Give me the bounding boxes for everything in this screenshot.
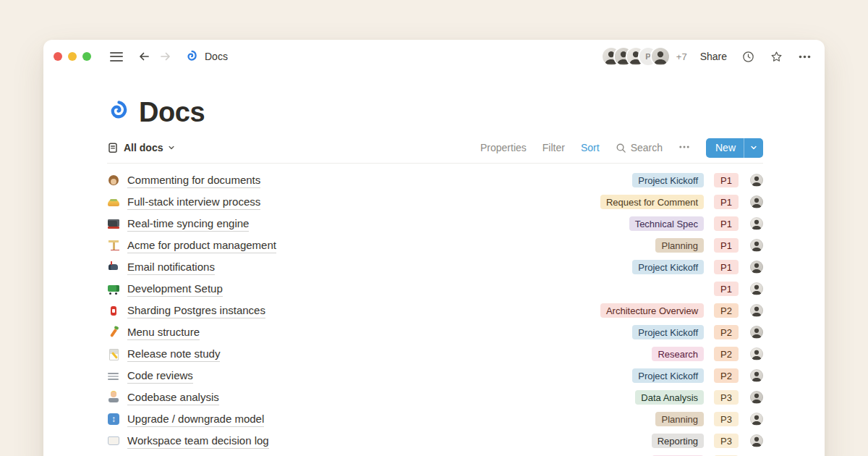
back-arrow-icon[interactable] (137, 50, 150, 63)
zoom-window-button[interactable] (82, 52, 91, 61)
cyclone-page-icon[interactable] (107, 100, 129, 125)
doc-row[interactable]: Code reviews Project Kickoff P2 (107, 365, 763, 387)
window-controls (52, 52, 91, 61)
priority-badge: P1 (714, 216, 739, 231)
doc-title-link[interactable]: Email notifications (127, 260, 215, 275)
priority-badge: P1 (714, 282, 739, 296)
doc-row[interactable]: Full-stack interview process Request for… (107, 191, 763, 213)
chevron-down-icon (168, 144, 175, 151)
doc-row[interactable]: Workspace team decision log Reporting P3 (107, 430, 763, 452)
view-selector[interactable]: All docs (107, 142, 175, 153)
priority-badge: P3 (714, 412, 739, 426)
avatar-overflow-count[interactable]: +7 (676, 51, 687, 62)
doc-type-tag: Project Kickoff (632, 368, 704, 383)
minimize-window-button[interactable] (68, 52, 77, 61)
owner-avatar (750, 239, 763, 252)
cyclone-logo-icon (185, 50, 198, 63)
toolbar-more-icon[interactable] (678, 141, 690, 155)
doc-title-link[interactable]: Real-time syncing engine (127, 216, 249, 232)
more-options-icon[interactable] (798, 50, 812, 64)
doc-title-link[interactable]: Code reviews (127, 368, 193, 384)
doc-title-link[interactable]: Codebase analysis (127, 390, 219, 405)
owner-avatar (750, 326, 763, 339)
doc-title-link[interactable]: Development Setup (127, 282, 223, 297)
search-button[interactable]: Search (616, 142, 663, 153)
owner-avatar (750, 282, 763, 295)
owner-avatar (750, 217, 763, 230)
doc-type-tag: Planning (655, 238, 704, 253)
properties-button[interactable]: Properties (480, 142, 527, 153)
favorite-star-icon[interactable] (770, 50, 783, 64)
history-clock-icon[interactable] (741, 50, 755, 64)
carrot-emoji (107, 326, 120, 339)
doc-title-link[interactable]: Workspace team decision log (127, 434, 269, 449)
owner-avatar (750, 174, 763, 187)
owner-avatar (750, 347, 763, 360)
new-button[interactable]: New (706, 138, 763, 158)
doc-title-link[interactable]: Commenting for documents (127, 173, 260, 188)
view-toolbar: All docs Properties Filter Sort Search N… (107, 138, 763, 158)
page-content: Docs All docs Properties Filter Sort Sea… (43, 96, 825, 456)
doc-type-tag: Architecture Overview (600, 303, 704, 318)
updown-emoji (107, 413, 120, 426)
priority-badge: P2 (714, 368, 739, 383)
owner-avatar (750, 391, 763, 404)
memo-emoji (107, 347, 120, 360)
train-emoji (107, 217, 120, 230)
priority-badge: P1 (714, 195, 739, 209)
collaborator-avatar-stack[interactable]: P (603, 48, 669, 65)
priority-badge: P1 (714, 173, 739, 187)
doc-type-tag: Project Kickoff (632, 173, 704, 187)
doc-row[interactable]: Sharding Postgres instances Architecture… (107, 300, 763, 321)
new-button-label[interactable]: New (706, 138, 744, 158)
extinguisher-emoji (107, 304, 120, 317)
doc-row[interactable]: Performance feedback Research P3 (107, 452, 763, 456)
owner-avatar (750, 304, 763, 317)
doc-row[interactable]: Codebase analysis Data Analysis P3 (107, 387, 763, 408)
doc-title-link[interactable]: Acme for product management (127, 238, 276, 253)
forward-arrow-icon[interactable] (159, 50, 172, 63)
monkey-emoji (107, 174, 120, 187)
new-button-chevron[interactable] (744, 138, 763, 158)
toolbar-actions: Properties Filter Sort Search New (480, 138, 763, 158)
page-title[interactable]: Docs (139, 97, 205, 128)
doc-type-tag: Project Kickoff (632, 260, 704, 274)
doc-row[interactable]: Upgrade / downgrade model Planning P3 (107, 408, 763, 430)
doc-row[interactable]: Development Setup P1 (107, 278, 763, 300)
doc-title-link[interactable]: Menu structure (127, 325, 200, 340)
priority-badge: P3 (714, 390, 739, 405)
sort-button[interactable]: Sort (581, 142, 600, 153)
share-button[interactable]: Share (700, 51, 727, 62)
doc-row[interactable]: Email notifications Project Kickoff P1 (107, 256, 763, 278)
priority-badge: P3 (714, 434, 739, 448)
doc-title-link[interactable]: Upgrade / downgrade model (127, 412, 264, 427)
doc-type-tag: Request for Comment (600, 195, 704, 209)
search-icon (616, 143, 626, 153)
doc-title-link[interactable]: Sharding Postgres instances (127, 303, 265, 318)
doc-row[interactable]: Acme for product management Planning P1 (107, 235, 763, 256)
page-header: Docs (107, 96, 763, 129)
collaborator-avatar[interactable] (652, 48, 669, 65)
titlebar-page-title: Docs (205, 51, 228, 62)
doc-title-link[interactable]: Full-stack interview process (127, 195, 260, 210)
window-titlebar: Docs P +7 Share (43, 40, 825, 73)
priority-badge: P2 (714, 325, 739, 339)
doc-row[interactable]: Real-time syncing engine Technical Spec … (107, 213, 763, 235)
mailbox-emoji (107, 261, 120, 274)
close-window-button[interactable] (54, 52, 62, 61)
desktop-background: { "titlebar": { "app_title": "Docs", "av… (0, 0, 868, 456)
lines-emoji (107, 369, 120, 382)
sidebar-menu-icon[interactable] (110, 52, 123, 62)
filter-button[interactable]: Filter (542, 142, 565, 153)
owner-avatar (750, 261, 763, 274)
crane-emoji (107, 239, 120, 252)
doc-list: Commenting for documents Project Kickoff… (107, 169, 763, 456)
priority-badge: P1 (714, 238, 739, 253)
owner-avatar (750, 195, 763, 208)
doc-title-link[interactable]: Release note study (127, 347, 220, 362)
doc-row[interactable]: Menu structure Project Kickoff P2 (107, 321, 763, 343)
doc-row[interactable]: Commenting for documents Project Kickoff… (107, 169, 763, 191)
app-window: Docs P +7 Share Docs A (43, 40, 825, 456)
truck-emoji (107, 282, 120, 295)
doc-row[interactable]: Release note study Research P2 (107, 343, 763, 365)
